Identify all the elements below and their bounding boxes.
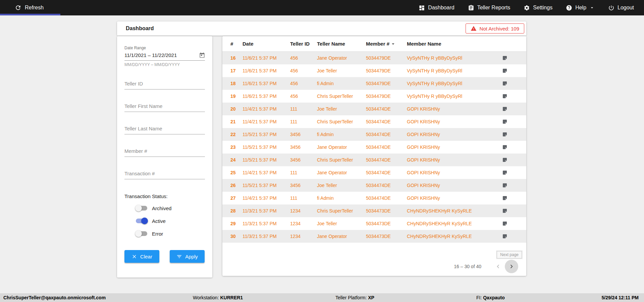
transaction-status-label: Transaction Status: [124,193,205,199]
note-icon[interactable] [502,221,507,226]
teller-last-name-field [124,124,205,134]
member-number-input[interactable] [124,147,205,157]
note-icon[interactable] [502,106,507,112]
date-range-value: 11/1/2021 – 11/22/2021 [124,52,177,58]
transaction-number-input[interactable] [124,169,205,179]
row-teller-name: Chris SuperTeller [317,119,366,124]
apply-button[interactable]: Apply [170,250,205,263]
row-member-number: 5034474DE [366,183,407,188]
archived-toggle-label: Archived [152,205,171,211]
table-row[interactable]: 28 11/3/21 5:37 PM 1234 Chris SuperTelle… [222,204,526,217]
row-member-name: VySyNTHy R yBByDySyRl [407,94,491,99]
nav-item-help[interactable]: Help [566,5,595,11]
table-row[interactable]: 20 11/4/21 5:37 PM 111 Joe Teller 503447… [222,103,526,115]
nav-item-dashboard[interactable]: Dashboard [419,5,454,11]
note-icon[interactable] [502,81,507,86]
row-teller-id: 3456 [290,132,317,137]
error-toggle-label: Error [152,231,163,237]
row-teller-id: 3456 [290,157,317,163]
nav-item-logout[interactable]: Logout [608,5,634,11]
table-row[interactable]: 19 11/6/21 5:37 PM 456 Chris SuperTeller… [222,90,526,103]
column-header-teller-name: Teller Name [317,41,366,47]
table-row[interactable]: 17 11/6/21 5:37 PM 456 Joe Teller 503447… [222,64,526,77]
note-icon[interactable] [502,55,507,61]
teller-first-name-field [124,102,205,112]
table-row[interactable]: 22 11/5/21 5:37 PM 3456 fi Admin 5034474… [222,128,526,141]
nav-label: Help [575,5,586,11]
nav-label: Logout [618,5,634,11]
teller-last-name-input[interactable] [124,124,205,134]
date-range-input[interactable]: 11/1/2021 – 11/22/2021 [124,50,205,61]
toggle-thumb [135,230,142,237]
row-teller-id: 3456 [290,183,317,188]
note-icon[interactable] [502,94,507,99]
note-icon[interactable] [502,144,507,150]
row-date: 11/6/21 5:37 PM [243,94,290,99]
row-member-name: CHyNDRySHEKHyR KySyRLE [407,221,491,226]
teller-id-input[interactable] [124,79,205,89]
table-row[interactable]: 27 11/4/21 5:37 PM 111 fi Admin 5034474D… [222,192,526,204]
top-nav-menu: Dashboard Teller Reports Settings Help L… [419,5,644,11]
table-row[interactable]: 23 11/5/21 5:37 PM 3456 Jane Operator 50… [222,141,526,154]
row-member-number: 5034479DE [366,81,407,86]
help-icon [566,5,572,11]
row-teller-name: Jane Operator [317,55,366,61]
calendar-icon[interactable] [199,52,205,58]
not-archived-badge[interactable]: Not Archived: 109 [466,23,524,34]
row-teller-name: Chris SuperTeller [317,94,366,99]
row-member-number: 5034474DE [366,132,407,137]
transaction-number-field [124,169,205,179]
fi-label: FI: [476,295,482,300]
note-icon[interactable] [502,132,507,137]
row-number: 19 [230,94,243,99]
note-icon[interactable] [502,195,507,201]
note-icon[interactable] [502,157,507,163]
nav-label: Settings [533,5,552,11]
note-icon[interactable] [502,68,507,73]
toggle-row-archived: Archived [124,204,205,212]
row-teller-name: Joe Teller [317,183,366,188]
previous-page-button[interactable] [491,260,505,273]
archived-toggle[interactable] [136,206,147,210]
table-row[interactable]: 18 11/6/21 5:37 PM 456 fi Admin 5034479D… [222,77,526,90]
row-teller-name: Chris SuperTeller [317,157,366,163]
column-header-member-number[interactable]: Member # [366,41,407,47]
note-icon[interactable] [502,208,507,214]
table-row[interactable]: 30 11/3/21 5:37 PM 1234 Jane Operator 50… [222,230,526,243]
note-icon[interactable] [502,234,507,239]
active-toggle[interactable] [136,219,147,223]
refresh-button[interactable]: Refresh [0,0,44,15]
table-row[interactable]: 26 11/5/21 5:37 PM 3456 Joe Teller 50344… [222,179,526,192]
row-member-number: 5034479DE [366,94,407,99]
workstation-value: KURRER1 [220,295,243,300]
error-toggle[interactable] [136,231,147,236]
row-member-number: 5034474DE [366,170,407,175]
teller-first-name-input[interactable] [124,102,205,112]
nav-item-settings[interactable]: Settings [524,5,552,11]
table-row[interactable]: 25 11/4/21 5:37 PM 111 Jane Operator 503… [222,166,526,179]
note-icon[interactable] [502,119,507,124]
table-row[interactable]: 24 11/5/21 5:37 PM 3456 Chris SuperTelle… [222,154,526,166]
table-row[interactable]: 16 11/6/21 5:37 PM 456 Jane Operator 503… [222,52,526,64]
row-date: 11/3/21 5:37 PM [243,221,290,226]
row-teller-name: Joe Teller [317,68,366,73]
row-date: 11/5/21 5:37 PM [243,132,290,137]
row-teller-name: fi Admin [317,195,366,201]
row-number: 21 [230,119,243,124]
row-member-name: CHyNDRySHEKHyR KySyRLE [407,208,491,214]
table-row[interactable]: 29 11/3/21 5:37 PM 1234 Joe Teller 50344… [222,217,526,230]
nav-item-teller-reports[interactable]: Teller Reports [468,5,511,11]
row-number: 23 [230,144,243,150]
row-date: 11/6/21 5:37 PM [243,68,290,73]
row-teller-name: Joe Teller [317,106,366,112]
note-icon[interactable] [502,170,507,175]
next-page-button[interactable] [505,260,518,273]
row-member-name: GOPI KRISHNy [407,157,491,163]
note-icon[interactable] [502,183,507,188]
clear-button[interactable]: Clear [124,250,159,263]
table-row[interactable]: 21 11/4/21 5:37 PM 111 Chris SuperTeller… [222,115,526,128]
row-date: 11/3/21 5:37 PM [243,208,290,214]
sort-arrow-icon [390,41,396,47]
toggle-row-error: Error [124,230,205,237]
row-teller-name: Chris SuperTeller [317,208,366,214]
